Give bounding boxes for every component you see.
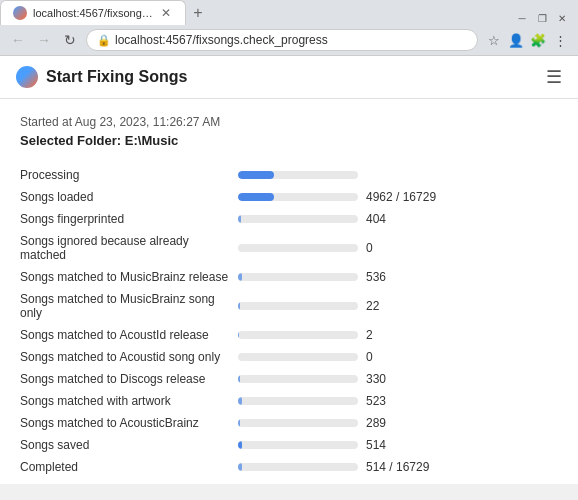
- row-label: Errors and Warnings: [20, 482, 230, 484]
- row-value: 536: [366, 270, 426, 284]
- progress-bar-fill: [238, 171, 274, 179]
- progress-bar-fill: [238, 215, 241, 223]
- app-logo: [16, 66, 38, 88]
- progress-bar-fill: [238, 463, 242, 471]
- progress-row: Songs fingerprinted404: [20, 208, 558, 230]
- progress-bar-container: [238, 273, 358, 281]
- row-label: Songs matched to AcousticBrainz: [20, 416, 230, 430]
- app-title-area: Start Fixing Songs: [16, 66, 187, 88]
- progress-bar-fill: [238, 375, 240, 383]
- app-header: Start Fixing Songs ☰: [0, 56, 578, 99]
- progress-bar-container: [238, 375, 358, 383]
- row-value: 404: [366, 212, 426, 226]
- row-label: Songs matched to MusicBrainz release: [20, 270, 230, 284]
- back-button[interactable]: ←: [8, 30, 28, 50]
- tab-close-button[interactable]: ✕: [159, 6, 173, 20]
- row-label: Songs matched with artwork: [20, 394, 230, 408]
- progress-row: Songs matched to Acoustid song only0: [20, 346, 558, 368]
- row-label: Songs matched to MusicBrainz song only: [20, 292, 230, 320]
- url-text: localhost:4567/fixsongs.check_progress: [115, 33, 328, 47]
- lock-icon: 🔒: [97, 34, 111, 47]
- selected-folder: Selected Folder: E:\Music: [20, 133, 558, 148]
- progress-row: Songs saved514: [20, 434, 558, 456]
- row-label: Songs matched to Discogs release: [20, 372, 230, 386]
- close-button[interactable]: ✕: [554, 11, 570, 25]
- progress-row: Songs matched to AcoustId release2: [20, 324, 558, 346]
- row-label: Songs matched to Acoustid song only: [20, 350, 230, 364]
- row-label: Songs saved: [20, 438, 230, 452]
- progress-row: Songs loaded4962 / 16729: [20, 186, 558, 208]
- refresh-button[interactable]: ↻: [60, 30, 80, 50]
- progress-bar-container: [238, 215, 358, 223]
- app-title: Start Fixing Songs: [46, 68, 187, 86]
- folder-label: Selected Folder:: [20, 133, 121, 148]
- row-label: Songs ignored because already matched: [20, 234, 230, 262]
- progress-bar-container: [238, 302, 358, 310]
- progress-row: Songs matched to MusicBrainz song only22: [20, 288, 558, 324]
- window-controls: ─ ❐ ✕: [514, 11, 578, 25]
- new-tab-button[interactable]: +: [186, 1, 210, 25]
- row-value: 0: [366, 350, 426, 364]
- profile-icon[interactable]: 👤: [506, 30, 526, 50]
- progress-bar-container: [238, 419, 358, 427]
- row-value: 523: [366, 394, 426, 408]
- progress-row: Processing: [20, 164, 558, 186]
- progress-bar-container: [238, 397, 358, 405]
- row-value: 22: [366, 299, 426, 313]
- meta-info: Started at Aug 23, 2023, 11:26:27 AM Sel…: [20, 115, 558, 148]
- progress-bar-fill: [238, 193, 274, 201]
- row-value: 0: [366, 241, 426, 255]
- menu-button[interactable]: ☰: [546, 66, 562, 88]
- settings-icon[interactable]: ⋮: [550, 30, 570, 50]
- browser-chrome: localhost:4567/fixsongs.check_p... ✕ + ─…: [0, 0, 578, 56]
- progress-bar-fill: [238, 419, 240, 427]
- row-value: 330: [366, 372, 426, 386]
- progress-row: Songs matched to MusicBrainz release536: [20, 266, 558, 288]
- started-at: Started at Aug 23, 2023, 11:26:27 AM: [20, 115, 558, 129]
- progress-bar-container: [238, 171, 358, 179]
- row-label: Processing: [20, 168, 230, 182]
- progress-row: Songs matched with artwork523: [20, 390, 558, 412]
- progress-bar-fill: [238, 397, 242, 405]
- forward-button[interactable]: →: [34, 30, 54, 50]
- address-actions: ☆ 👤 🧩 ⋮: [484, 30, 570, 50]
- row-value: 514 / 16729: [366, 460, 429, 474]
- tab-bar: localhost:4567/fixsongs.check_p... ✕ + ─…: [0, 0, 578, 25]
- row-label: Songs loaded: [20, 190, 230, 204]
- tab-favicon: [13, 6, 27, 20]
- progress-bar-container: [238, 353, 358, 361]
- folder-value: E:\Music: [125, 133, 178, 148]
- progress-bar-fill: [238, 273, 242, 281]
- tab-title: localhost:4567/fixsongs.check_p...: [33, 7, 153, 19]
- row-value: 4962 / 16729: [366, 190, 436, 204]
- progress-row: Songs matched to Discogs release330: [20, 368, 558, 390]
- progress-row: Songs matched to AcousticBrainz289: [20, 412, 558, 434]
- url-bar[interactable]: 🔒 localhost:4567/fixsongs.check_progress: [86, 29, 478, 51]
- row-label: Songs matched to AcoustId release: [20, 328, 230, 342]
- progress-bar-container: [238, 244, 358, 252]
- main-area: Started at Aug 23, 2023, 11:26:27 AM Sel…: [0, 99, 578, 484]
- progress-bar-container: [238, 331, 358, 339]
- progress-list: ProcessingSongs loaded4962 / 16729Songs …: [20, 164, 558, 484]
- active-tab[interactable]: localhost:4567/fixsongs.check_p... ✕: [0, 0, 186, 25]
- progress-bar-container: [238, 463, 358, 471]
- row-label: Songs fingerprinted: [20, 212, 230, 226]
- bookmark-icon[interactable]: ☆: [484, 30, 504, 50]
- row-value: 289: [366, 416, 426, 430]
- address-bar: ← → ↻ 🔒 localhost:4567/fixsongs.check_pr…: [0, 25, 578, 55]
- progress-bar-container: [238, 441, 358, 449]
- restore-button[interactable]: ❐: [534, 11, 550, 25]
- row-label: Completed: [20, 460, 230, 474]
- row-value: 514: [366, 438, 426, 452]
- minimize-button[interactable]: ─: [514, 11, 530, 25]
- progress-bar-fill: [238, 441, 242, 449]
- extension-icon[interactable]: 🧩: [528, 30, 548, 50]
- page-content: Start Fixing Songs ☰ Started at Aug 23, …: [0, 56, 578, 484]
- progress-bar-fill: [238, 302, 240, 310]
- progress-row: Errors and Warnings: [20, 478, 558, 484]
- progress-row: Songs ignored because already matched0: [20, 230, 558, 266]
- progress-row: Completed514 / 16729: [20, 456, 558, 478]
- row-value: 2: [366, 328, 426, 342]
- progress-bar-container: [238, 193, 358, 201]
